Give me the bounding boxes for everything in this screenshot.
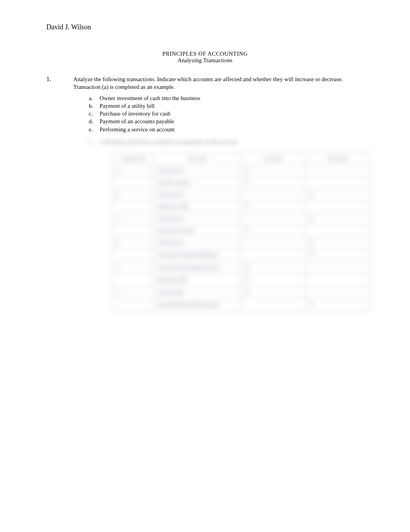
sub-item-f-blurred: f. Collecting cash from a customer as pa… — [89, 138, 364, 146]
cell-increase — [241, 237, 306, 249]
table-header-row: Transaction Account Increase Decrease — [112, 153, 371, 165]
sub-item-text: Owner investment of cash into the busine… — [100, 94, 200, 102]
transactions-table: Transaction Account Increase Decrease a.… — [112, 153, 371, 311]
sub-item-a: a. Owner investment of cash into the bus… — [89, 94, 364, 102]
title-line-2: Analyzing Transactions — [46, 57, 364, 64]
cell-decrease — [306, 165, 370, 177]
cell-decrease: X — [306, 249, 370, 262]
cell-account: Accounts Receivable (asset) — [154, 298, 241, 311]
table-row: b. Cash (asset) X — [112, 189, 371, 201]
cell-transaction: f. — [112, 286, 154, 298]
title-line-1: PRINCIPLES OF ACCOUNTING — [46, 51, 364, 57]
cell-account: Accounts Receivable (asset) — [154, 261, 241, 274]
col-header-account: Account — [154, 153, 241, 165]
cell-transaction — [112, 274, 154, 287]
sub-item-text: Purchase of inventory for cash — [100, 110, 170, 117]
table-row: c. Cash (asset) X — [112, 213, 371, 225]
cell-increase — [241, 213, 306, 225]
cell-increase: X — [241, 225, 306, 237]
table-row: f. Cash (asset) X — [112, 286, 371, 298]
cell-account: Cash (asset) — [154, 237, 241, 249]
cell-transaction — [112, 225, 154, 237]
cell-transaction — [112, 177, 154, 189]
cell-account: Expenses (NI) — [154, 201, 241, 213]
sub-item-letter: b. — [89, 102, 100, 110]
document-title-block: PRINCIPLES OF ACCOUNTING Analyzing Trans… — [46, 51, 364, 64]
cell-increase: X — [241, 274, 306, 287]
cell-increase — [241, 298, 306, 311]
sub-item-text: Payment of an accounts payable — [100, 117, 174, 125]
cell-transaction: d. — [112, 237, 154, 249]
cell-increase: X — [241, 201, 306, 213]
col-header-transaction: Transaction — [112, 153, 154, 165]
cell-increase: X — [241, 165, 306, 177]
cell-account: Owner's equity — [154, 177, 241, 189]
sub-item-list: a. Owner investment of cash into the bus… — [89, 94, 364, 133]
table-row: Revenue (NI) X — [112, 274, 371, 287]
table-row: Inventory (asset) X — [112, 225, 371, 237]
cell-decrease: X — [306, 237, 370, 249]
cell-decrease — [306, 261, 370, 274]
sub-item-letter: a. — [89, 94, 100, 102]
cell-decrease — [306, 201, 370, 213]
cell-transaction: a. — [112, 165, 154, 177]
sub-item-c: c. Purchase of inventory for cash — [89, 110, 364, 117]
cell-transaction: b. — [112, 189, 154, 201]
transactions-table-wrap: Transaction Account Increase Decrease a.… — [112, 153, 371, 311]
author-name: David J. Wilson — [46, 23, 364, 31]
blurred-content-region: f. Collecting cash from a customer as pa… — [89, 138, 364, 311]
sub-item-letter: d. — [89, 117, 100, 125]
sub-item-e: e. Performing a service on account — [89, 126, 364, 133]
cell-decrease: X — [306, 213, 370, 225]
sub-item-text: Collecting cash from a customer as payme… — [100, 138, 238, 146]
cell-decrease — [306, 286, 370, 298]
question-number: 1. — [46, 75, 73, 91]
cell-decrease — [306, 225, 370, 237]
table-row: Expenses (NI) X — [112, 201, 371, 213]
cell-increase — [241, 249, 306, 262]
cell-account: Cash (asset) — [154, 286, 241, 298]
cell-decrease: X — [306, 189, 370, 201]
cell-transaction: c. — [112, 213, 154, 225]
sub-item-text: Performing a service on account — [100, 126, 175, 133]
table-row: a. Cash (asset) X — [112, 165, 371, 177]
cell-account: Cash (asset) — [154, 213, 241, 225]
cell-transaction: e. — [112, 261, 154, 274]
cell-account: Cash (asset) — [154, 189, 241, 201]
sub-item-text: Payment of a utility bill — [100, 102, 155, 110]
table-row: Accounts Payable (liability) X — [112, 249, 371, 262]
cell-increase: X — [241, 177, 306, 189]
cell-increase: X — [241, 286, 306, 298]
table-row: Accounts Receivable (asset) X — [112, 298, 371, 311]
question-block: 1. Analyze the following transactions. I… — [46, 75, 364, 91]
sub-item-b: b. Payment of a utility bill — [89, 102, 364, 110]
cell-decrease — [306, 177, 370, 189]
cell-account: Cash (asset) — [154, 165, 241, 177]
sub-item-letter: c. — [89, 110, 100, 117]
table-row: d. Cash (asset) X — [112, 237, 371, 249]
cell-transaction — [112, 249, 154, 262]
sub-item-d: d. Payment of an accounts payable — [89, 117, 364, 125]
cell-decrease: X — [306, 298, 370, 311]
table-row: e. Accounts Receivable (asset) X — [112, 261, 371, 274]
cell-account: Accounts Payable (liability) — [154, 249, 241, 262]
cell-increase: X — [241, 261, 306, 274]
table-row: Owner's equity X — [112, 177, 371, 189]
cell-increase — [241, 189, 306, 201]
sub-item-letter: f. — [89, 138, 100, 146]
cell-transaction — [112, 201, 154, 213]
question-prompt: Analyze the following transactions. Indi… — [73, 75, 364, 91]
cell-decrease — [306, 274, 370, 287]
cell-account: Inventory (asset) — [154, 225, 241, 237]
cell-account: Revenue (NI) — [154, 274, 241, 287]
col-header-increase: Increase — [241, 153, 306, 165]
cell-transaction — [112, 298, 154, 311]
col-header-decrease: Decrease — [306, 153, 370, 165]
sub-item-letter: e. — [89, 126, 100, 133]
